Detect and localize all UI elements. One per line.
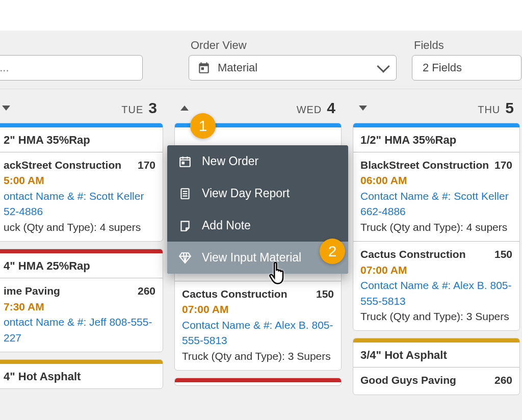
card-title: 1/2" HMA 35%Rap	[353, 127, 519, 152]
contact-link[interactable]: Contact Name & #: Alex B. 805-555-5813	[182, 318, 334, 349]
step-badge-2: 2	[320, 239, 345, 264]
dow-thu: THU	[478, 104, 500, 116]
card-title: 3/4" Hot Asphalt	[353, 343, 519, 367]
svg-rect-1	[182, 162, 185, 164]
contact-link[interactable]: Contact Name & #: Alex B. 805-555-5813	[360, 278, 512, 309]
menu-item-label: Add Note	[202, 219, 251, 232]
caret-down-icon	[359, 106, 367, 111]
orderview-select[interactable]: Material	[189, 55, 397, 81]
order-entry: Cactus Construction 150 07:00 AM Contact…	[175, 281, 341, 370]
menu-item-label: View Day Report	[202, 187, 290, 200]
card-thu-hotasphalt[interactable]: 3/4" Hot Asphalt Good Guys Paving 260	[353, 338, 520, 395]
fields-select[interactable]: 2 Fields	[412, 55, 521, 81]
card-tue-hma35[interactable]: 2" HMA 35%Rap ackStreet Construction 170…	[0, 123, 163, 242]
orderview-value: Material	[218, 61, 257, 74]
diamond-icon	[178, 251, 192, 265]
calendar-today-icon	[197, 61, 211, 74]
contact-link[interactable]: Contact Name & #: Scott Keller 662-4886	[360, 189, 512, 220]
chevron-down-icon	[377, 60, 389, 72]
fields-label: Fields	[414, 39, 521, 52]
daynum-thu: 5	[505, 99, 514, 117]
daynum-wed: 4	[327, 99, 335, 117]
top-white-bar	[0, 0, 522, 31]
dow-tue: TUE	[121, 104, 143, 116]
calendar-today-icon	[178, 155, 192, 168]
caret-down-icon	[2, 106, 10, 111]
note-icon	[178, 219, 192, 232]
order-entry: Good Guys Paving 260	[353, 368, 519, 394]
order-entry: Cactus Construction 150 07:00 AM Contact…	[353, 242, 519, 330]
order-entry: ime Paving 260 7:30 AM ontact Name & #: …	[0, 278, 163, 352]
fields-value: 2 Fields	[423, 61, 462, 74]
card-title: 4" Hot Asphalt	[0, 364, 163, 388]
caret-up-icon	[180, 106, 189, 111]
column-tue: TUE 3 2" HMA 35%Rap ackStreet Constructi…	[0, 93, 167, 402]
contact-link[interactable]: ontact Name & #: Jeff 808-555-227	[4, 314, 155, 346]
card-wed-next[interactable]	[174, 378, 342, 386]
menu-item-label: New Order	[202, 154, 258, 168]
day-header-tue[interactable]: TUE 3	[0, 93, 165, 123]
card-thu-hma35[interactable]: 1/2" HMA 35%Rap BlackStreet Construction…	[353, 123, 520, 331]
card-tue-hma25[interactable]: 4" HMA 25%Rap ime Paving 260 7:30 AM ont…	[0, 249, 163, 352]
menu-new-order[interactable]: New Order	[167, 145, 348, 177]
order-entry: BlackStreet Construction 170 06:00 AM Co…	[353, 152, 519, 241]
filter-bar: Order View Material Fields 2 Fields	[0, 31, 522, 89]
dow-wed: WED	[297, 104, 322, 116]
card-title: 2" HMA 35%Rap	[0, 127, 163, 152]
svg-rect-0	[180, 158, 190, 166]
card-tue-hotasphalt[interactable]: 4" Hot Asphalt	[0, 359, 163, 389]
orderview-label: Order View	[191, 39, 397, 52]
menu-item-label: View Input Material	[202, 251, 301, 265]
column-thu: THU 5 1/2" HMA 35%Rap BlackStreet Constr…	[349, 93, 522, 402]
order-entry: ackStreet Construction 170 5:00 AM ontac…	[0, 152, 163, 241]
contact-link[interactable]: ontact Name & #: Scott Keller 52-4886	[4, 189, 155, 220]
daynum-tue: 3	[148, 99, 157, 117]
day-header-thu[interactable]: THU 5	[351, 93, 522, 123]
step-badge-1: 1	[190, 113, 216, 139]
card-title: 4" HMA 25%Rap	[0, 253, 163, 278]
search-input[interactable]	[0, 55, 143, 81]
menu-add-note[interactable]: Add Note	[167, 209, 348, 242]
document-lines-icon	[178, 187, 192, 200]
menu-view-day-report[interactable]: View Day Report	[167, 177, 348, 209]
